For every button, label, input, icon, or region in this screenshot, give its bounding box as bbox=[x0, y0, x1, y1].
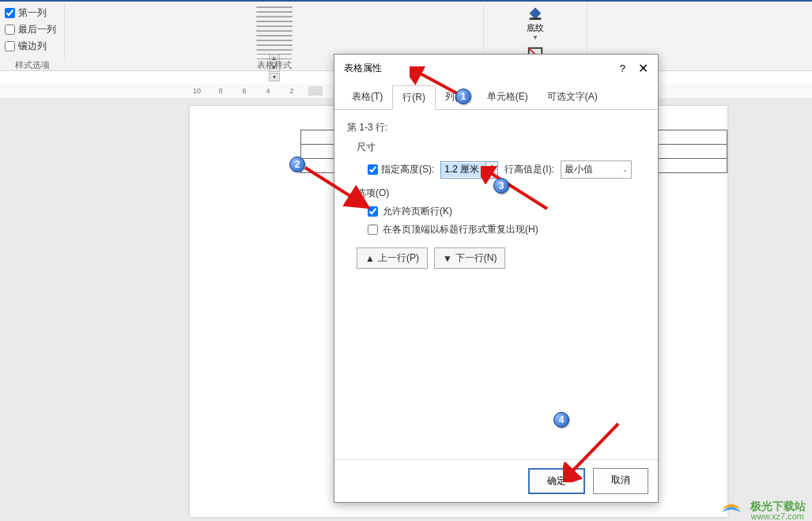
tab-label: 行(R) bbox=[402, 92, 425, 103]
tab-label: 可选文字(A) bbox=[547, 91, 598, 102]
chevron-down-icon: ⌄ bbox=[622, 166, 628, 173]
repeat-header-checkbox[interactable]: 在各页顶端以标题行形式重复出现(H) bbox=[368, 223, 645, 236]
specify-height-label: 指定高度(S): bbox=[381, 163, 434, 176]
watermark-url: www.xz7.com bbox=[751, 512, 804, 521]
style-options-label: 样式选项 bbox=[0, 59, 64, 71]
size-section-label: 尺寸 bbox=[357, 141, 645, 154]
prev-row-button[interactable]: ▲ 上一行(P) bbox=[357, 247, 428, 269]
shading-label: 底纹 bbox=[527, 22, 544, 34]
style-options-group: 第一列 最后一列 镶边列 样式选项 bbox=[0, 3, 65, 59]
table-style-thumb[interactable] bbox=[256, 44, 293, 46]
next-row-button[interactable]: ▼ 下一行(N) bbox=[434, 247, 506, 269]
rows-range-label: 第 1-3 行: bbox=[347, 121, 645, 134]
annotation-badge-3: 3 bbox=[493, 178, 509, 194]
repeat-header-label: 在各页顶端以标题行形式重复出现(H) bbox=[383, 223, 538, 236]
spin-down[interactable]: ▼ bbox=[486, 170, 497, 178]
shading-button[interactable]: 底纹 ▼ bbox=[519, 3, 551, 41]
table-style-thumb[interactable] bbox=[256, 11, 293, 13]
ruler-tick: 6 bbox=[237, 87, 251, 95]
table-style-thumb[interactable] bbox=[256, 21, 293, 22]
table-styles-gallery: ▲ ▼ ▾ 表格样式 bbox=[65, 3, 484, 59]
table-style-thumb[interactable] bbox=[256, 40, 293, 41]
next-row-label: 下一行(N) bbox=[455, 251, 497, 265]
repeat-header-input[interactable] bbox=[368, 225, 378, 235]
row-height-mode-value: 最小值 bbox=[565, 163, 593, 176]
first-column-checkbox[interactable]: 第一列 bbox=[5, 5, 59, 21]
dialog-body: 第 1-3 行: 尺寸 指定高度(S): ▲ ▼ 行高值是(I): 最小值 ⌄ … bbox=[334, 110, 658, 280]
dialog-title: 表格属性 bbox=[344, 62, 382, 75]
row-nav: ▲ 上一行(P) ▼ 下一行(N) bbox=[357, 247, 645, 269]
banded-column-label: 镶边列 bbox=[18, 40, 47, 53]
table-style-thumb[interactable] bbox=[256, 35, 293, 36]
annotation-badge-1: 1 bbox=[455, 89, 471, 104]
watermark-icon bbox=[717, 496, 746, 518]
cancel-button[interactable]: 取消 bbox=[593, 468, 648, 494]
banded-column-input[interactable] bbox=[5, 41, 15, 51]
ruler-tick bbox=[308, 86, 323, 96]
row-height-is-label: 行高值是(I): bbox=[504, 163, 554, 176]
tab-label: 单元格(E) bbox=[487, 91, 528, 102]
table-style-thumb[interactable] bbox=[256, 30, 293, 32]
cancel-label: 取消 bbox=[611, 474, 630, 485]
size-row: 指定高度(S): ▲ ▼ 行高值是(I): 最小值 ⌄ bbox=[368, 160, 645, 179]
last-column-label: 最后一列 bbox=[18, 23, 56, 36]
height-input[interactable] bbox=[441, 163, 485, 177]
allow-break-checkbox[interactable]: 允许跨页断行(K) bbox=[368, 205, 645, 218]
close-button[interactable]: ✕ bbox=[638, 61, 648, 76]
table-style-thumb[interactable] bbox=[256, 49, 293, 51]
ok-label: 确定 bbox=[547, 475, 566, 486]
ribbon-content: 第一列 最后一列 镶边列 样式选项 ▲ ▼ bbox=[0, 0, 812, 59]
ruler-tick: 8 bbox=[213, 87, 228, 95]
help-button[interactable]: ? bbox=[620, 62, 625, 74]
spin-up[interactable]: ▲ bbox=[486, 162, 497, 170]
first-column-label: 第一列 bbox=[18, 6, 47, 20]
specify-height-checkbox[interactable]: 指定高度(S): bbox=[368, 163, 434, 176]
ruler-tick: 10 bbox=[190, 87, 204, 95]
allow-break-label: 允许跨页断行(K) bbox=[383, 205, 452, 218]
tab-alt-text[interactable]: 可选文字(A) bbox=[538, 85, 607, 109]
svg-rect-0 bbox=[530, 17, 542, 20]
gallery-more[interactable]: ▾ bbox=[269, 73, 280, 81]
tab-row[interactable]: 行(R) bbox=[392, 85, 436, 110]
height-spinner[interactable]: ▲ ▼ bbox=[440, 161, 498, 179]
tab-cell[interactable]: 单元格(E) bbox=[478, 85, 538, 109]
triangle-down-icon: ▼ bbox=[443, 253, 452, 264]
triangle-up-icon: ▲ bbox=[365, 253, 375, 264]
bucket-icon bbox=[527, 3, 544, 21]
ribbon-accent bbox=[0, 0, 812, 2]
specify-height-input[interactable] bbox=[368, 164, 378, 175]
annotation-badge-4: 4 bbox=[553, 412, 569, 428]
allow-break-input[interactable] bbox=[368, 206, 378, 217]
row-height-mode-combo[interactable]: 最小值 ⌄ bbox=[561, 160, 632, 179]
last-column-input[interactable] bbox=[5, 25, 15, 35]
ruler-tick: 2 bbox=[285, 87, 299, 95]
first-column-input[interactable] bbox=[5, 8, 15, 18]
annotation-badge-2: 2 bbox=[289, 157, 305, 172]
table-properties-dialog: 表格属性 ? ✕ 表格(T) 行(R) 列(U) 单元格(E) 可选文字(A) … bbox=[334, 54, 659, 503]
dialog-footer: 确定 取消 bbox=[334, 459, 658, 502]
prev-row-label: 上一行(P) bbox=[378, 251, 419, 265]
dialog-tabs: 表格(T) 行(R) 列(U) 单元格(E) 可选文字(A) bbox=[334, 85, 658, 110]
table-style-thumb[interactable] bbox=[256, 16, 293, 17]
last-column-checkbox[interactable]: 最后一列 bbox=[5, 21, 59, 38]
table-style-thumb[interactable] bbox=[256, 6, 293, 8]
borders-group: 底纹 ▼ 边框样 式 0.5 磅 ▼ 笔颜色 ▼ bbox=[484, 3, 587, 59]
table-style-thumb[interactable] bbox=[256, 25, 293, 27]
dialog-titlebar[interactable]: 表格属性 ? ✕ bbox=[334, 55, 658, 82]
ruler-tick: 4 bbox=[261, 87, 275, 95]
tab-label: 表格(T) bbox=[352, 91, 383, 102]
spinner-buttons: ▲ ▼ bbox=[485, 162, 497, 178]
banded-column-checkbox[interactable]: 镶边列 bbox=[5, 38, 59, 55]
chevron-down-icon: ▼ bbox=[532, 34, 538, 41]
ok-button[interactable]: 确定 bbox=[528, 468, 585, 494]
tab-table[interactable]: 表格(T) bbox=[342, 85, 392, 109]
